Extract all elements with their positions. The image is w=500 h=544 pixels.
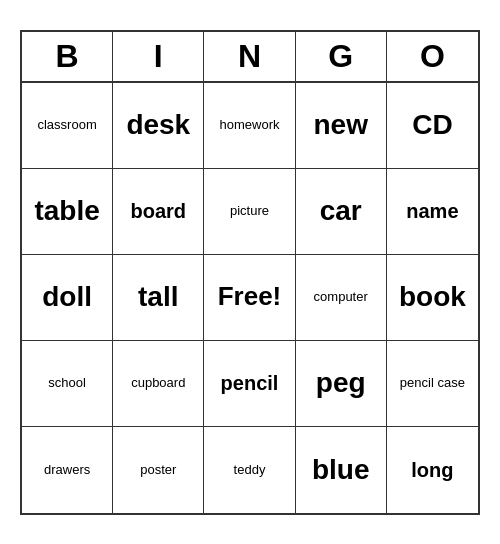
header-letter: O	[387, 32, 478, 81]
cell-text: pencil case	[400, 375, 465, 391]
cell-text: blue	[312, 453, 370, 487]
bingo-cell: classroom	[22, 83, 113, 169]
cell-text: peg	[316, 366, 366, 400]
cell-text: desk	[126, 108, 190, 142]
cell-text: school	[48, 375, 86, 391]
bingo-cell: desk	[113, 83, 204, 169]
bingo-cell: poster	[113, 427, 204, 513]
cell-text: name	[406, 199, 458, 223]
bingo-cell: table	[22, 169, 113, 255]
bingo-cell: teddy	[204, 427, 295, 513]
bingo-cell: pencil case	[387, 341, 478, 427]
cell-text: book	[399, 280, 466, 314]
cell-text: new	[313, 108, 367, 142]
bingo-card: BINGO classroomdeskhomeworknewCDtableboa…	[20, 30, 480, 515]
cell-text: classroom	[37, 117, 96, 133]
cell-text: teddy	[234, 462, 266, 478]
bingo-cell: book	[387, 255, 478, 341]
bingo-cell: peg	[296, 341, 387, 427]
bingo-cell: board	[113, 169, 204, 255]
bingo-cell: picture	[204, 169, 295, 255]
cell-text: homework	[220, 117, 280, 133]
header-letter: B	[22, 32, 113, 81]
cell-text: drawers	[44, 462, 90, 478]
bingo-cell: CD	[387, 83, 478, 169]
bingo-cell: cupboard	[113, 341, 204, 427]
bingo-cell: computer	[296, 255, 387, 341]
bingo-cell: pencil	[204, 341, 295, 427]
cell-text: board	[131, 199, 187, 223]
cell-text: Free!	[218, 281, 282, 312]
cell-text: long	[411, 458, 453, 482]
cell-text: picture	[230, 203, 269, 219]
header-letter: I	[113, 32, 204, 81]
bingo-cell: new	[296, 83, 387, 169]
header-letter: G	[296, 32, 387, 81]
bingo-grid: classroomdeskhomeworknewCDtableboardpict…	[22, 83, 478, 513]
bingo-cell: Free!	[204, 255, 295, 341]
bingo-cell: homework	[204, 83, 295, 169]
cell-text: car	[320, 194, 362, 228]
bingo-header: BINGO	[22, 32, 478, 83]
cell-text: pencil	[221, 371, 279, 395]
bingo-cell: tall	[113, 255, 204, 341]
cell-text: CD	[412, 108, 452, 142]
bingo-cell: name	[387, 169, 478, 255]
cell-text: poster	[140, 462, 176, 478]
bingo-cell: blue	[296, 427, 387, 513]
bingo-cell: doll	[22, 255, 113, 341]
header-letter: N	[204, 32, 295, 81]
cell-text: tall	[138, 280, 178, 314]
cell-text: computer	[314, 289, 368, 305]
cell-text: cupboard	[131, 375, 185, 391]
bingo-cell: long	[387, 427, 478, 513]
cell-text: doll	[42, 280, 92, 314]
bingo-cell: school	[22, 341, 113, 427]
bingo-cell: drawers	[22, 427, 113, 513]
cell-text: table	[34, 194, 99, 228]
bingo-cell: car	[296, 169, 387, 255]
